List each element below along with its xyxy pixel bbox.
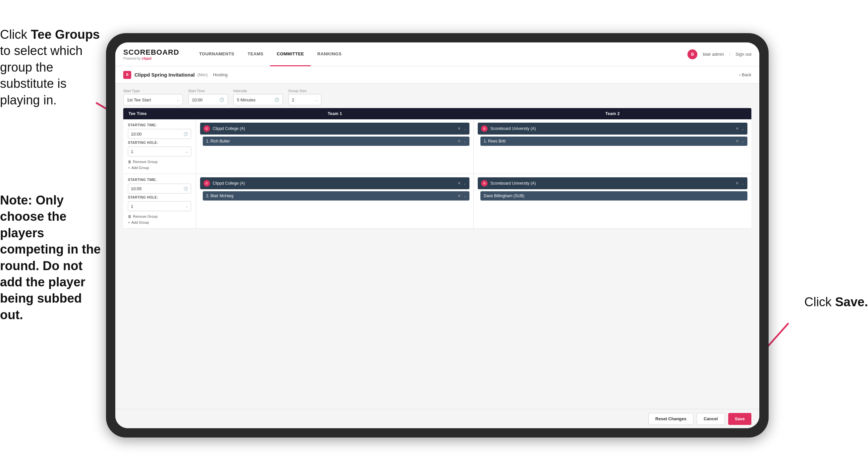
starting-time-input-2[interactable]: 10:05 🕐 [128, 184, 191, 194]
player-remove-icon-2-1[interactable]: ✕ [736, 139, 739, 144]
intervals-value: 5 Minutes [237, 97, 272, 103]
hole-chevron-icon-2: ⌄ [185, 204, 188, 208]
content-area: Start Type 1st Tee Start ⌄ Start Time 10… [115, 84, 760, 428]
th-tee-time: Tee Time [123, 108, 196, 119]
group-size-group: Group Size 2 ⌄ [288, 89, 321, 106]
team2-panel-1: S Scoreboard University (A) ✕ ⌄ 1. Rees … [474, 119, 751, 174]
intervals-clock-icon: 🕐 [274, 97, 279, 102]
starting-time-label-1: STARTING TIME: [128, 123, 191, 127]
team1-name-2: Clippd College (A) [213, 181, 455, 185]
logo-area: SCOREBOARD Powered by clippd [123, 48, 179, 60]
starting-time-input-1[interactable]: 10:00 🕐 [128, 129, 191, 139]
sub-header-hosting: Hosting [213, 72, 227, 77]
team2-chevron-icon-2[interactable]: ⌄ [741, 182, 744, 185]
nav-avatar: B [687, 49, 698, 59]
team1-panel-2: C Clippd College (A) ✕ ⌄ 2. Blair McHarg… [196, 174, 474, 228]
form-row: Start Type 1st Tee Start ⌄ Start Time 10… [115, 84, 760, 108]
nav-divider: | [729, 52, 730, 57]
reset-changes-button[interactable]: Reset Changes [648, 413, 693, 425]
nav-right: B blair admin | Sign out [687, 49, 751, 59]
starting-hole-input-2[interactable]: 1 ⌄ [128, 201, 191, 211]
groups-scroll: STARTING TIME: 10:00 🕐 STARTING HOLE: 1 … [115, 119, 760, 409]
player-name-2-1: 1. Rees Britt [484, 139, 733, 144]
save-button[interactable]: Save [728, 413, 751, 425]
sub-header: B Clippd Spring Invitational (Men) Hosti… [115, 66, 760, 84]
team1-actions-1: ✕ ⌄ [458, 126, 466, 131]
trash-icon-2: 🗑 [128, 214, 131, 218]
team1-card-1[interactable]: C Clippd College (A) ✕ ⌄ [200, 123, 469, 135]
save-bold: Save. [835, 295, 868, 309]
add-group-button-2[interactable]: + Add Group [128, 221, 191, 224]
remove-group-button-2[interactable]: 🗑 Remove Group [128, 214, 191, 218]
start-time-control[interactable]: 10:00 🕐 [188, 94, 228, 106]
team2-name-1: Scoreboard University (A) [490, 126, 733, 131]
player-chevron-icon-1-1[interactable]: ⌄ [464, 140, 466, 143]
starting-hole-label-2: STARTING HOLE: [128, 196, 191, 199]
team2-remove-icon-2[interactable]: ✕ [736, 181, 739, 185]
starting-time-value-2: 10:05 [131, 186, 184, 191]
navbar: SCOREBOARD Powered by clippd TOURNAMENTS… [115, 42, 760, 66]
add-group-button-1[interactable]: + Add Group [128, 166, 191, 170]
time-icon-2: 🕐 [184, 186, 188, 191]
trash-icon-1: 🗑 [128, 160, 131, 164]
table-row: STARTING TIME: 10:05 🕐 STARTING HOLE: 1 … [123, 174, 751, 229]
back-button[interactable]: Back [739, 72, 751, 77]
team2-name-2: Scoreboard University (A) [490, 181, 733, 185]
team1-chevron-icon-1[interactable]: ⌄ [464, 127, 466, 130]
start-type-value: 1st Tee Start [127, 97, 174, 103]
team1-logo-1: C [204, 125, 210, 132]
team2-card-2[interactable]: S Scoreboard University (A) ✕ ⌄ [478, 177, 747, 189]
team1-logo-2: C [204, 180, 210, 186]
nav-tournaments[interactable]: TOURNAMENTS [192, 42, 241, 66]
intervals-label: Intervals [233, 89, 283, 93]
nav-rankings[interactable]: RANKINGS [311, 42, 348, 66]
player-row-1-2[interactable]: 2. Blair McHarg ✕ ⌄ [203, 191, 469, 201]
logo-clippd: clippd [142, 57, 151, 60]
team2-card-1[interactable]: S Scoreboard University (A) ✕ ⌄ [478, 123, 747, 135]
tablet-screen: SCOREBOARD Powered by clippd TOURNAMENTS… [115, 42, 760, 428]
signout-link[interactable]: Sign out [736, 52, 751, 57]
nav-teams[interactable]: TEAMS [241, 42, 270, 66]
player-name-1-2: 2. Blair McHarg [206, 194, 455, 198]
nav-committee[interactable]: COMMITTEE [270, 42, 311, 66]
logo-scoreboard: SCOREBOARD [123, 48, 179, 57]
start-type-control[interactable]: 1st Tee Start ⌄ [123, 94, 183, 106]
sub-header-badge: (Men) [197, 72, 208, 77]
starting-hole-input-1[interactable]: 1 ⌄ [128, 146, 191, 156]
team1-card-2[interactable]: C Clippd College (A) ✕ ⌄ [200, 177, 469, 189]
player-row-1-1[interactable]: 1. Rich Butler ✕ ⌄ [203, 137, 469, 146]
team2-logo-2: S [481, 180, 488, 186]
team1-remove-icon-2[interactable]: ✕ [458, 181, 461, 185]
group-size-control[interactable]: 2 ⌄ [288, 94, 321, 106]
group-size-value: 2 [292, 97, 312, 103]
time-icon-1: 🕐 [184, 132, 188, 136]
player-remove-icon-1-1[interactable]: ✕ [458, 139, 461, 144]
note-text: Note: Only choose the players competing … [0, 192, 103, 323]
bottom-bar: Reset Changes Cancel Save [115, 409, 760, 428]
player-chevron-icon-1-2[interactable]: ⌄ [464, 194, 466, 198]
starting-time-label-2: STARTING TIME: [128, 178, 191, 182]
starting-hole-label-1: STARTING HOLE: [128, 141, 191, 145]
intervals-control[interactable]: 5 Minutes 🕐 [233, 94, 283, 106]
plus-icon-2: + [128, 221, 130, 224]
player-remove-icon-1-2[interactable]: ✕ [458, 194, 461, 198]
player-name-2-2: Dave Billingham (SUB) [484, 194, 744, 198]
team1-name-1: Clippd College (A) [213, 126, 455, 131]
th-team1: Team 1 [196, 108, 474, 119]
hole-chevron-icon-1: ⌄ [185, 149, 188, 154]
left-panel-1: STARTING TIME: 10:00 🕐 STARTING HOLE: 1 … [123, 119, 196, 174]
starting-hole-value-2: 1 [131, 204, 185, 209]
team1-chevron-icon-2[interactable]: ⌄ [464, 182, 466, 185]
team2-chevron-icon-1[interactable]: ⌄ [741, 127, 744, 130]
player-chevron-icon-2-1[interactable]: ⌄ [741, 140, 744, 143]
nav-items: TOURNAMENTS TEAMS COMMITTEE RANKINGS [192, 42, 687, 66]
cancel-button[interactable]: Cancel [697, 413, 725, 425]
clock-icon: 🕐 [219, 97, 224, 102]
team1-actions-2: ✕ ⌄ [458, 181, 466, 185]
team2-remove-icon-1[interactable]: ✕ [736, 126, 739, 131]
player-row-2-2[interactable]: Dave Billingham (SUB) [480, 191, 747, 201]
sub-header-logo: B [123, 71, 131, 79]
remove-group-button-1[interactable]: 🗑 Remove Group [128, 160, 191, 164]
team1-remove-icon-1[interactable]: ✕ [458, 126, 461, 131]
player-row-2-1[interactable]: 1. Rees Britt ✕ ⌄ [480, 137, 747, 146]
